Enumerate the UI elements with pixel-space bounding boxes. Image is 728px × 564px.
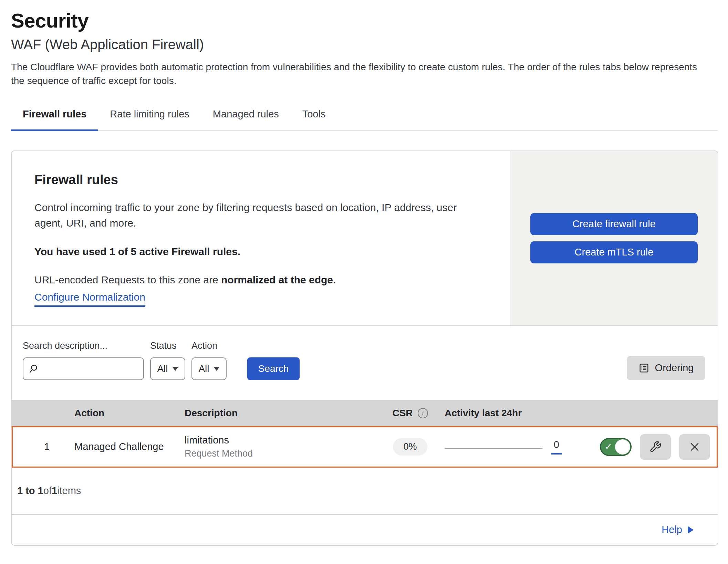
info-icon[interactable]: i xyxy=(418,408,428,418)
rule-description-sub: Request Method xyxy=(185,448,376,459)
search-box xyxy=(23,357,144,380)
page-title: Security xyxy=(11,10,718,31)
status-field-group: Status All xyxy=(150,341,185,380)
rule-description: limitations xyxy=(185,435,376,446)
security-waf-page: Security WAF (Web Application Firewall) … xyxy=(0,0,728,546)
firewall-rules-hero: Firewall rules Control incoming traffic … xyxy=(12,151,718,325)
hero-description: Control incoming traffic to your zone by… xyxy=(34,200,486,231)
delete-rule-button[interactable] xyxy=(679,434,710,460)
edit-rule-button[interactable] xyxy=(640,434,671,460)
normalization-note-bold: normalized at the edge. xyxy=(221,274,336,285)
pagination-range: 1 to 1 xyxy=(17,485,43,497)
check-icon: ✓ xyxy=(605,441,612,452)
status-field-label: Status xyxy=(150,341,185,351)
create-mtls-rule-button[interactable]: Create mTLS rule xyxy=(530,241,698,263)
pagination-items: items xyxy=(57,485,81,497)
hero-actions-panel: Create firewall rule Create mTLS rule xyxy=(510,151,718,325)
tab-firewall-rules[interactable]: Firewall rules xyxy=(11,108,98,131)
ordering-list-icon xyxy=(638,363,649,374)
rule-activity-cell: 0 xyxy=(445,439,596,455)
wrench-icon xyxy=(649,441,662,453)
search-field-group: Search description... xyxy=(23,341,144,380)
rule-enabled-toggle[interactable]: ✓ xyxy=(600,438,632,456)
rule-action: Managed Challenge xyxy=(74,441,185,452)
pagination-of: of xyxy=(43,485,52,497)
rule-description-cell: limitations Request Method xyxy=(185,435,376,459)
action-field-group: Action All xyxy=(191,341,227,380)
status-select[interactable]: All xyxy=(150,357,185,380)
help-bar: Help xyxy=(12,515,718,545)
close-icon xyxy=(689,441,700,453)
activity-sparkline xyxy=(445,448,542,449)
pagination-summary: 1 to 1 of 1 items xyxy=(12,468,718,515)
column-header-description: Description xyxy=(185,408,376,419)
configure-normalization-link[interactable]: Configure Normalization xyxy=(34,291,145,307)
rule-controls: ✓ xyxy=(596,434,710,460)
tab-tools[interactable]: Tools xyxy=(291,108,337,131)
waf-tab-bar: Firewall rules Rate limiting rules Manag… xyxy=(11,108,718,131)
rule-csr-badge: 0% xyxy=(393,438,427,456)
search-button[interactable]: Search xyxy=(247,357,300,380)
action-field-label: Action xyxy=(191,341,227,351)
column-header-csr: CSR i xyxy=(376,408,445,419)
search-field-label: Search description... xyxy=(23,341,144,351)
normalization-note: URL-encoded Requests to this zone are no… xyxy=(34,274,489,286)
action-select[interactable]: All xyxy=(191,357,227,380)
rule-priority: 1 xyxy=(19,441,74,452)
page-description: The Cloudflare WAF provides both automat… xyxy=(11,60,703,88)
tab-managed-rules[interactable]: Managed rules xyxy=(201,108,291,131)
chevron-down-icon xyxy=(214,367,220,371)
chevron-down-icon xyxy=(172,367,178,371)
csr-header-label: CSR xyxy=(392,408,413,419)
normalization-note-text: URL-encoded Requests to this zone are xyxy=(34,274,221,285)
hero-heading: Firewall rules xyxy=(34,173,489,187)
search-input[interactable] xyxy=(42,363,138,374)
chevron-right-icon xyxy=(688,526,694,534)
page-subtitle: WAF (Web Application Firewall) xyxy=(11,37,718,52)
column-header-activity: Activity last 24hr xyxy=(445,408,596,419)
ordering-button-label: Ordering xyxy=(655,362,694,374)
activity-count-link[interactable]: 0 xyxy=(551,439,562,455)
action-select-value: All xyxy=(198,363,209,374)
table-row: 1 Managed Challenge limitations Request … xyxy=(12,426,718,468)
help-link[interactable]: Help xyxy=(662,524,694,535)
rules-table-header: Action Description CSR i Activity last 2… xyxy=(12,400,718,426)
create-firewall-rule-button[interactable]: Create firewall rule xyxy=(530,213,698,235)
filter-bar: Search description... Status All xyxy=(12,325,718,400)
toggle-knob xyxy=(615,439,630,455)
column-header-action: Action xyxy=(74,408,185,419)
search-icon xyxy=(28,364,39,374)
firewall-rules-card: Firewall rules Control incoming traffic … xyxy=(11,150,718,546)
tab-rate-limiting-rules[interactable]: Rate limiting rules xyxy=(98,108,201,131)
usage-summary: You have used 1 of 5 active Firewall rul… xyxy=(34,246,489,258)
pagination-total: 1 xyxy=(52,485,57,497)
hero-text-panel: Firewall rules Control incoming traffic … xyxy=(12,151,510,325)
status-select-value: All xyxy=(157,363,168,374)
ordering-button[interactable]: Ordering xyxy=(627,356,705,380)
help-link-label: Help xyxy=(662,524,682,535)
